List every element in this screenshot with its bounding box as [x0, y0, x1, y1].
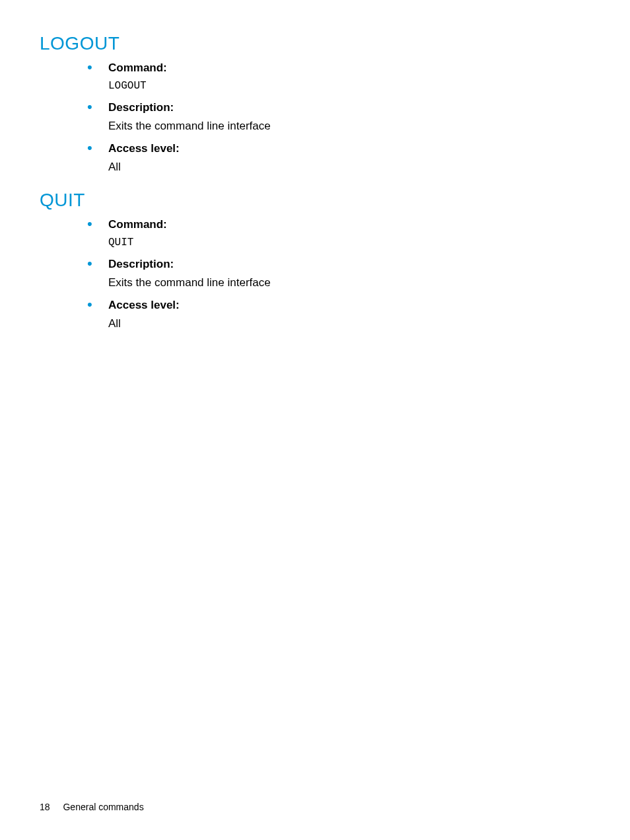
chapter-title: General commands [63, 802, 143, 812]
item-value: Exits the command line interface [108, 118, 590, 135]
item-label: Description: [108, 100, 590, 115]
section-heading: QUIT [40, 190, 590, 211]
item-value: All [108, 315, 590, 332]
list-item: Description: Exits the command line inte… [87, 257, 590, 291]
bullet-list: Command: QUIT Description: Exits the com… [40, 217, 590, 332]
section-heading: LOGOUT [40, 33, 590, 54]
list-item: Command: QUIT [87, 217, 590, 250]
item-value: Exits the command line interface [108, 274, 590, 291]
bullet-list: Command: LOGOUT Description: Exits the c… [40, 61, 590, 175]
section-logout: LOGOUT Command: LOGOUT Description: Exit… [40, 33, 590, 175]
item-label: Access level: [108, 298, 590, 313]
item-value: All [108, 159, 590, 176]
list-item: Access level: All [87, 141, 590, 176]
page: LOGOUT Command: LOGOUT Description: Exit… [0, 0, 630, 840]
item-value: LOGOUT [108, 78, 590, 94]
section-quit: QUIT Command: QUIT Description: Exits th… [40, 190, 590, 332]
page-footer: 18 General commands [40, 802, 144, 812]
list-item: Command: LOGOUT [87, 61, 590, 94]
item-label: Command: [108, 217, 590, 232]
list-item: Access level: All [87, 298, 590, 332]
item-label: Description: [108, 257, 590, 272]
page-number: 18 [40, 802, 50, 812]
item-label: Command: [108, 61, 590, 75]
item-value: QUIT [108, 235, 590, 250]
list-item: Description: Exits the command line inte… [87, 100, 590, 135]
item-label: Access level: [108, 141, 590, 156]
